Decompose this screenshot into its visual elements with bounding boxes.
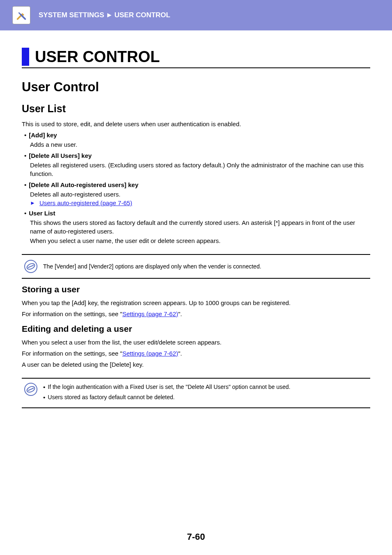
- text-fragment: ".: [178, 310, 182, 317]
- xref-users-auto-registered[interactable]: Users auto-registered (page 7-65): [39, 199, 132, 206]
- item-label: [Delete All Auto-registered users] key: [29, 180, 138, 189]
- list-item: • User List This shows the users stored …: [24, 209, 370, 245]
- item-label: [Add] key: [29, 131, 57, 139]
- svg-marker-3: [18, 12, 22, 16]
- note-icon: [24, 260, 37, 273]
- note-list-item: • Users stored as factory default cannot…: [43, 393, 291, 402]
- svg-line-6: [28, 265, 34, 268]
- svg-line-9: [28, 388, 34, 391]
- item-description: This shows the users stored as factory d…: [30, 218, 370, 236]
- bullet-icon: •: [24, 180, 29, 189]
- note-block: The [Vender] and [Vender2] options are d…: [22, 254, 370, 279]
- bullet-icon: •: [24, 209, 29, 217]
- heading-editing-deleting-user: Editing and deleting a user: [22, 324, 370, 334]
- bullet-icon: •: [24, 131, 29, 139]
- heading-user-list: User List: [22, 103, 370, 115]
- item-description: Deletes all auto-registered users.: [30, 190, 370, 199]
- note-text: Users stored as factory default cannot b…: [48, 393, 175, 402]
- item-description: Deletes all registered users. (Excluding…: [30, 161, 370, 178]
- breadcrumb-arrow-icon: ►: [106, 11, 113, 19]
- list-item: • [Delete All Auto-registered users] key…: [24, 180, 370, 206]
- text-fragment: For information on the settings, see ": [22, 310, 122, 317]
- xref-settings-7-62[interactable]: Settings (page 7-62): [122, 310, 178, 317]
- note-block: • If the login authentication with a Fix…: [22, 378, 370, 408]
- item-label: [Delete All Users] key: [29, 151, 92, 160]
- xref-arrow-icon: ►: [30, 200, 35, 206]
- delete-key-paragraph: A user can be deleted using the [Delete]…: [22, 360, 370, 369]
- text-fragment: For information on the settings, see ": [22, 350, 122, 357]
- note-text: If the login authentication with a Fixed…: [48, 383, 291, 391]
- bullet-icon: •: [24, 151, 29, 160]
- xref-settings-7-62[interactable]: Settings (page 7-62): [122, 350, 178, 357]
- heading-storing-a-user: Storing a user: [22, 284, 370, 294]
- list-item: • [Delete All Users] key Deletes all reg…: [24, 151, 370, 178]
- breadcrumb-part-1[interactable]: SYSTEM SETTINGS: [39, 11, 104, 19]
- page-content: USER CONTROL User Control User List This…: [0, 30, 392, 542]
- breadcrumb-part-2[interactable]: USER CONTROL: [114, 11, 170, 19]
- page-title: USER CONTROL: [35, 48, 160, 66]
- storing-user-paragraph: When you tap the [Add] key, the registra…: [22, 298, 370, 307]
- breadcrumb: SYSTEM SETTINGS ► USER CONTROL: [39, 11, 170, 19]
- settings-tools-icon: [12, 6, 30, 24]
- text-fragment: ".: [178, 350, 182, 357]
- note-text: The [Vender] and [Vender2] options are d…: [43, 260, 261, 271]
- heading-user-control: User Control: [22, 80, 370, 95]
- note-icon: [24, 383, 37, 396]
- title-accent-bar: [22, 48, 29, 66]
- note-list: • If the login authentication with a Fix…: [43, 383, 291, 402]
- page-number: 7-60: [22, 532, 370, 542]
- note-list-item: • If the login authentication with a Fix…: [43, 383, 291, 391]
- bullet-icon: •: [43, 393, 48, 402]
- edit-delete-xref-line: For information on the settings, see "Se…: [22, 349, 370, 358]
- page-title-block: USER CONTROL: [22, 48, 370, 68]
- user-list-intro: This is used to store, edit, and delete …: [22, 120, 370, 128]
- item-description: When you select a user name, the user ed…: [30, 236, 370, 245]
- storing-user-xref-line: For information on the settings, see "Se…: [22, 310, 370, 318]
- header-bar: SYSTEM SETTINGS ► USER CONTROL: [0, 0, 392, 30]
- item-label: User List: [29, 209, 55, 217]
- item-description: Adds a new user.: [30, 140, 370, 149]
- bullet-icon: •: [43, 383, 48, 391]
- list-item: • [Add] key Adds a new user.: [24, 131, 370, 149]
- edit-delete-paragraph: When you select a user from the list, th…: [22, 338, 370, 347]
- user-list-key-items: • [Add] key Adds a new user. • [Delete A…: [24, 131, 370, 245]
